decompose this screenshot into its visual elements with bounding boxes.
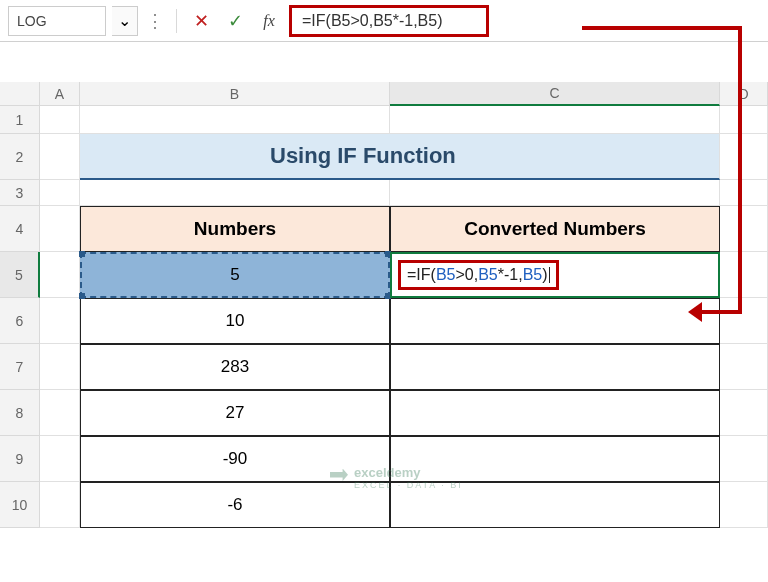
row-header-8[interactable]: 8 — [0, 390, 40, 436]
header-converted[interactable]: Converted Numbers — [390, 206, 720, 252]
cell-a3[interactable] — [40, 180, 80, 206]
cell-d2[interactable] — [720, 134, 768, 180]
cell-a2[interactable] — [40, 134, 80, 180]
col-header-d[interactable]: D — [720, 82, 768, 106]
cell-c10[interactable] — [390, 482, 720, 528]
col-header-a[interactable]: A — [40, 82, 80, 106]
row-header-2[interactable]: 2 — [0, 134, 40, 180]
formula-bar: LOG ⌄ ⋮ ✕ ✓ fx =IF(B5>0,B5*-1,B5) — [0, 0, 768, 42]
text-cursor-icon — [549, 267, 550, 283]
check-icon: ✓ — [228, 10, 243, 32]
title-cell[interactable]: Using IF Function — [390, 134, 720, 180]
cell-c8[interactable] — [390, 390, 720, 436]
cell-a1[interactable] — [40, 106, 80, 134]
separator — [176, 9, 177, 33]
cell-b3[interactable] — [80, 180, 390, 206]
cell-b10[interactable]: -6 — [80, 482, 390, 528]
row-header-7[interactable]: 7 — [0, 344, 40, 390]
cell-a4[interactable] — [40, 206, 80, 252]
formula-text: =IF(B5>0,B5*-1,B5) — [302, 12, 443, 29]
cell-a8[interactable] — [40, 390, 80, 436]
cell-d7[interactable] — [720, 344, 768, 390]
cell-d5[interactable] — [720, 252, 768, 298]
cancel-button[interactable]: ✕ — [187, 6, 215, 36]
cell-c7[interactable] — [390, 344, 720, 390]
col-header-b[interactable]: B — [80, 82, 390, 106]
column-headers: A B C D — [0, 82, 768, 106]
row-headers: 1 2 3 4 5 6 7 8 9 10 — [0, 106, 40, 528]
cell-a7[interactable] — [40, 344, 80, 390]
cell-c5-formula: =IF(B5>0,B5*-1,B5) — [398, 260, 559, 290]
cell-d4[interactable] — [720, 206, 768, 252]
cell-b7[interactable]: 283 — [80, 344, 390, 390]
col-header-c[interactable]: C — [390, 82, 720, 106]
cell-b9[interactable]: -90 — [80, 436, 390, 482]
fx-icon: fx — [263, 12, 275, 30]
vdots-icon: ⋮ — [144, 10, 166, 32]
chevron-down-icon: ⌄ — [118, 11, 131, 30]
cell-d3[interactable] — [720, 180, 768, 206]
cell-c3[interactable] — [390, 180, 720, 206]
row-header-10[interactable]: 10 — [0, 482, 40, 528]
cell-a9[interactable] — [40, 436, 80, 482]
row-header-6[interactable]: 6 — [0, 298, 40, 344]
row-header-4[interactable]: 4 — [0, 206, 40, 252]
cell-a10[interactable] — [40, 482, 80, 528]
name-box-value: LOG — [17, 13, 47, 29]
cell-d8[interactable] — [720, 390, 768, 436]
row-header-5[interactable]: 5 — [0, 252, 40, 298]
select-all[interactable] — [0, 82, 40, 106]
cell-d1[interactable] — [720, 106, 768, 134]
cell-c5[interactable]: =IF(B5>0,B5*-1,B5) — [390, 252, 720, 298]
cell-d6[interactable] — [720, 298, 768, 344]
cell-c6[interactable] — [390, 298, 720, 344]
worksheet: A B C D 1 2 3 4 5 6 7 8 9 10 Using IF Fu… — [0, 82, 768, 528]
cell-c1[interactable] — [390, 106, 720, 134]
formula-input[interactable]: =IF(B5>0,B5*-1,B5) — [289, 5, 489, 37]
row-header-3[interactable]: 3 — [0, 180, 40, 206]
cell-d10[interactable] — [720, 482, 768, 528]
cell-b5-value: 5 — [230, 265, 239, 285]
cell-b5[interactable]: 5 — [80, 252, 390, 298]
name-box-dropdown[interactable]: ⌄ — [112, 6, 138, 36]
cell-d9[interactable] — [720, 436, 768, 482]
header-numbers[interactable]: Numbers — [80, 206, 390, 252]
enter-button[interactable]: ✓ — [221, 6, 249, 36]
cell-a6[interactable] — [40, 298, 80, 344]
row-header-9[interactable]: 9 — [0, 436, 40, 482]
cell-a5[interactable] — [40, 252, 80, 298]
insert-function-button[interactable]: fx — [255, 6, 283, 36]
name-box[interactable]: LOG — [8, 6, 106, 36]
cancel-icon: ✕ — [194, 10, 209, 32]
cell-b8[interactable]: 27 — [80, 390, 390, 436]
cell-b6[interactable]: 10 — [80, 298, 390, 344]
page-title: Using IF Function — [270, 143, 456, 169]
cell-c9[interactable] — [390, 436, 720, 482]
cell-b1[interactable] — [80, 106, 390, 134]
row-header-1[interactable]: 1 — [0, 106, 40, 134]
